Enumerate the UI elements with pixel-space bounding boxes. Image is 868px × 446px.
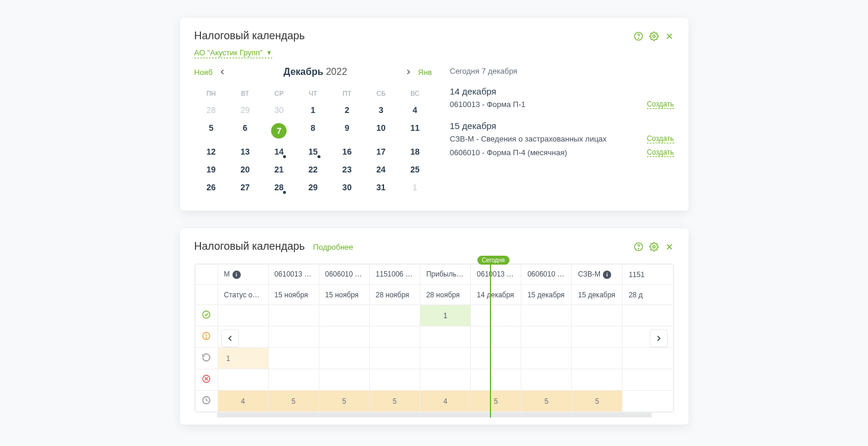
timeline-cell <box>521 369 572 391</box>
timeline-cell[interactable]: 5 <box>521 391 572 412</box>
column-header[interactable]: 0606010 - ...i <box>521 265 572 285</box>
calendar-day[interactable]: 13 <box>228 143 262 161</box>
calendar-day[interactable]: 30 <box>330 178 364 196</box>
column-date: 28 ноября <box>369 285 420 305</box>
company-name: АО "Акустик Групп" <box>194 48 263 57</box>
calendar-day[interactable]: 14 <box>262 143 296 161</box>
prev-month-label: Нояб <box>194 68 213 77</box>
tax-timeline-panel: Налоговый календарь Подробнее Сегодня <box>180 228 688 425</box>
timeline-cell <box>319 305 369 326</box>
column-date: Статус оября <box>218 285 268 305</box>
calendar-day[interactable]: 26 <box>194 178 228 196</box>
calendar-day[interactable]: 11 <box>398 119 432 143</box>
calendar-day[interactable]: 31 <box>364 178 398 196</box>
calendar-day[interactable]: 17 <box>364 143 398 161</box>
timeline-cell <box>319 326 369 348</box>
column-header[interactable]: 0610013 - ...i <box>471 265 521 285</box>
column-date: 15 декабря <box>521 285 572 305</box>
prev-month-button[interactable]: Нояб <box>194 67 227 77</box>
calendar-day[interactable]: 12 <box>194 143 228 161</box>
weekday-header: ЧТ <box>296 86 330 101</box>
timeline-cell[interactable]: 5 <box>319 391 369 412</box>
timeline-cell[interactable]: 5 <box>572 391 622 412</box>
timeline-cell[interactable]: 5 <box>471 391 521 412</box>
timeline-cell <box>572 326 622 348</box>
info-icon[interactable]: i <box>603 271 611 279</box>
timeline-cell[interactable]: 4 <box>420 391 470 412</box>
calendar-day[interactable]: 6 <box>228 119 262 143</box>
calendar-day[interactable]: 19 <box>194 161 228 178</box>
svg-point-4 <box>638 248 639 249</box>
column-header[interactable]: 0606010 - ...i <box>319 265 369 285</box>
company-dropdown[interactable]: АО "Акустик Групп" ▼ <box>194 48 272 58</box>
event-block: 15 декабряСЗВ-М - Сведения о застрахован… <box>450 121 674 157</box>
close-icon[interactable] <box>665 242 674 252</box>
event-description: СЗВ-М - Сведения о застрахованных лицах <box>450 134 607 143</box>
column-header[interactable]: 0610013 - ...i <box>268 265 319 285</box>
create-button[interactable]: Создать <box>647 148 674 157</box>
close-icon[interactable] <box>665 32 674 41</box>
calendar-day[interactable]: 23 <box>330 161 364 178</box>
calendar-day[interactable]: 1 <box>398 178 432 196</box>
timeline-cell[interactable]: 4 <box>218 391 268 412</box>
timeline-cell <box>268 369 319 391</box>
calendar-day[interactable]: 4 <box>398 101 432 119</box>
timeline-cell[interactable]: 5 <box>369 391 420 412</box>
gear-icon[interactable] <box>649 242 659 252</box>
calendar-day[interactable]: 21 <box>262 161 296 178</box>
timeline-cell <box>319 348 369 369</box>
help-icon[interactable] <box>634 32 643 41</box>
caret-down-icon: ▼ <box>266 49 272 56</box>
column-header[interactable]: Мi <box>218 265 268 285</box>
calendar-day[interactable]: 22 <box>296 161 330 178</box>
calendar-day[interactable]: 27 <box>228 178 262 196</box>
timeline-cell <box>218 305 268 326</box>
calendar-day[interactable]: 18 <box>398 143 432 161</box>
calendar-day[interactable]: 25 <box>398 161 432 178</box>
event-description: 0606010 - Форма П-4 (месячная) <box>450 148 567 157</box>
timeline-cell[interactable]: 5 <box>268 391 319 412</box>
calendar-day[interactable]: 28 <box>262 178 296 196</box>
event-date: 14 декабря <box>450 86 674 96</box>
calendar-day[interactable]: 30 <box>262 101 296 119</box>
gear-icon[interactable] <box>649 32 659 41</box>
calendar-day[interactable]: 28 <box>194 101 228 119</box>
calendar-day[interactable]: 7 <box>262 119 296 143</box>
calendar-day[interactable]: 29 <box>228 101 262 119</box>
help-icon[interactable] <box>634 242 643 252</box>
timeline-cell <box>622 348 673 369</box>
timeline-cell <box>622 369 673 391</box>
calendar-day[interactable]: 3 <box>364 101 398 119</box>
calendar-day[interactable]: 29 <box>296 178 330 196</box>
column-date: 14 декабря <box>471 285 521 305</box>
calendar-day[interactable]: 1 <box>296 101 330 119</box>
event-row: СЗВ-М - Сведения о застрахованных лицахС… <box>450 134 674 143</box>
weekday-header: СБ <box>364 86 398 101</box>
create-button[interactable]: Создать <box>647 134 674 143</box>
timeline-prev-button[interactable] <box>221 329 239 347</box>
next-month-button[interactable]: Янв <box>404 67 432 77</box>
column-date: 28 ноября <box>420 285 470 305</box>
calendar-day[interactable]: 2 <box>330 101 364 119</box>
create-button[interactable]: Создать <box>647 100 674 109</box>
calendar-day[interactable]: 9 <box>330 119 364 143</box>
calendar-day[interactable]: 10 <box>364 119 398 143</box>
timeline-cell[interactable]: 1 <box>218 348 268 369</box>
detail-link[interactable]: Подробнее <box>313 243 353 252</box>
column-date: 15 ноября <box>268 285 319 305</box>
column-header[interactable]: Прибыльi <box>420 265 470 285</box>
timeline-next-button[interactable] <box>650 329 668 347</box>
column-header[interactable]: 1151 <box>622 265 673 285</box>
calendar-day[interactable]: 5 <box>194 119 228 143</box>
timeline-cell[interactable]: 1 <box>420 305 470 326</box>
info-icon[interactable]: i <box>232 271 241 279</box>
calendar-day[interactable]: 16 <box>330 143 364 161</box>
calendar-day[interactable]: 20 <box>228 161 262 178</box>
scrollbar[interactable] <box>217 413 652 417</box>
column-header[interactable]: СЗВ-Мi <box>572 265 622 285</box>
calendar-day[interactable]: 24 <box>364 161 398 178</box>
calendar-day[interactable]: 15 <box>296 143 330 161</box>
column-header[interactable]: 1151006 - ...i <box>369 265 420 285</box>
event-date: 15 декабря <box>450 121 674 131</box>
calendar-day[interactable]: 8 <box>296 119 330 143</box>
